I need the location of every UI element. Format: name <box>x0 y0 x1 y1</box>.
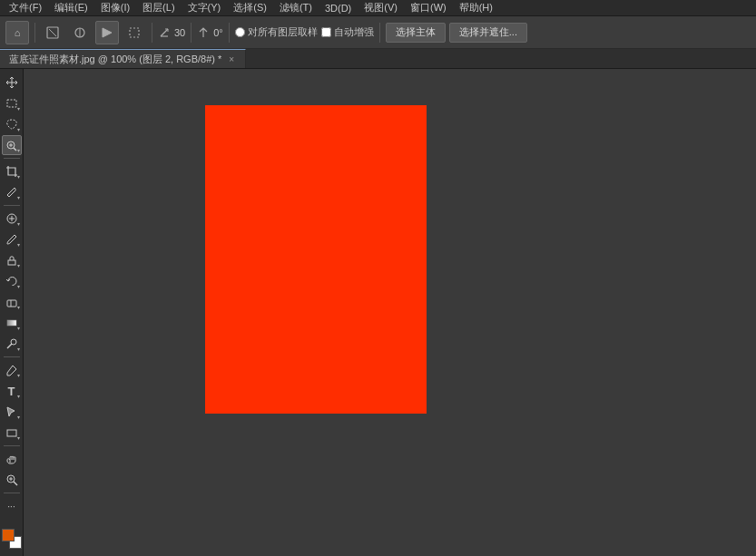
tab-close-button[interactable]: × <box>227 54 236 64</box>
toolbar-sep-1 <box>34 23 35 43</box>
angle-icon-2 <box>197 26 210 39</box>
extra-tools[interactable]: ··· <box>2 496 22 516</box>
svg-line-7 <box>14 148 16 151</box>
text-tool[interactable]: T ▾ <box>2 381 22 401</box>
tool-sep-5 <box>4 493 20 493</box>
eyedropper-tool[interactable]: ▾ <box>2 182 22 202</box>
gradient-tool[interactable]: ▾ <box>2 313 22 333</box>
tabbar: 蓝底证件照素材.jpg @ 100% (图层 2, RGB/8#) * × <box>0 49 756 69</box>
quick-select-tool[interactable]: ▾ <box>2 135 22 155</box>
tool-option-1[interactable] <box>41 21 64 44</box>
svg-rect-4 <box>130 28 139 37</box>
path-select-tool[interactable]: ▾ <box>2 402 22 422</box>
brush-tool[interactable]: ▾ <box>2 229 22 249</box>
menu-item-h[interactable]: 帮助(H) <box>454 0 498 15</box>
svg-line-1 <box>49 29 56 36</box>
hand-tool[interactable] <box>2 449 22 469</box>
svg-rect-14 <box>7 300 16 307</box>
zoom-tool[interactable] <box>2 470 22 490</box>
marquee-tool[interactable]: ▾ <box>2 93 22 113</box>
dodge-tool[interactable]: ▾ <box>2 334 22 354</box>
tool-sep-3 <box>4 356 20 357</box>
menubar: 文件(F)编辑(E)图像(I)图层(L)文字(Y)选择(S)滤镜(T)3D(D)… <box>0 0 756 16</box>
tab-label: 蓝底证件照素材.jpg @ 100% (图层 2, RGB/8#) * <box>9 53 221 66</box>
canvas-area <box>24 69 756 556</box>
eraser-tool[interactable]: ▾ <box>2 292 22 312</box>
menu-item-t[interactable]: 滤镜(T) <box>274 0 318 15</box>
menu-item-l[interactable]: 图层(L) <box>137 0 180 15</box>
auto-enhance-check[interactable]: 自动增强 <box>321 25 374 39</box>
tool-option-4[interactable] <box>123 21 146 44</box>
angle-icon <box>158 26 171 39</box>
menu-item-w[interactable]: 窗口(W) <box>405 0 452 15</box>
tool-option-3[interactable] <box>95 21 119 44</box>
toolbar-sep-4 <box>229 23 230 43</box>
canvas-layer-red <box>205 105 427 414</box>
menu-item-v[interactable]: 视图(V) <box>358 0 403 15</box>
main-area: ▾ ▾ ▾ ▾ ▾ ▾ ▾ ▾ <box>0 69 756 556</box>
crop-tool[interactable]: ▾ <box>2 161 22 181</box>
menu-item-e[interactable]: 编辑(E) <box>49 0 93 15</box>
select-subject-button[interactable]: 选择主体 <box>386 23 446 43</box>
angle-label: 0° <box>213 27 223 38</box>
move-tool[interactable] <box>2 73 22 93</box>
svg-rect-5 <box>7 100 16 107</box>
svg-line-21 <box>14 482 17 485</box>
svg-rect-19 <box>7 430 16 436</box>
stamp-tool[interactable]: ▾ <box>2 250 22 270</box>
menu-item-i[interactable]: 图像(I) <box>95 0 135 15</box>
color-swatches[interactable] <box>2 529 22 549</box>
toolbar: ⌂ 30 0° 对所有图层取样 自动增 <box>0 16 756 49</box>
menu-item-dd[interactable]: 3D(D) <box>319 2 357 15</box>
menu-item-y[interactable]: 文字(Y) <box>182 0 227 15</box>
svg-rect-13 <box>8 260 15 265</box>
history-brush-tool[interactable]: ▾ <box>2 271 22 291</box>
brush-size-label: 30 <box>174 27 185 38</box>
shape-tool[interactable]: ▾ <box>2 423 22 443</box>
toolbar-sep-2 <box>152 23 152 43</box>
menu-item-s[interactable]: 选择(S) <box>228 0 272 15</box>
menu-item-f[interactable]: 文件(F) <box>4 0 47 15</box>
home-button[interactable]: ⌂ <box>5 21 29 44</box>
foreground-color-swatch[interactable] <box>2 529 15 541</box>
tool-sep-2 <box>4 205 20 206</box>
lasso-tool[interactable]: ▾ <box>2 114 22 134</box>
document-tab[interactable]: 蓝底证件照素材.jpg @ 100% (图层 2, RGB/8#) * × <box>0 49 246 68</box>
pen-tool[interactable]: ▾ <box>2 360 22 380</box>
tool-option-2[interactable] <box>68 21 92 44</box>
toolbar-sep-5 <box>379 23 380 43</box>
toolbar-sep-3 <box>191 23 191 43</box>
heal-tool[interactable]: ▾ <box>2 209 22 229</box>
tool-sep-1 <box>4 158 20 159</box>
select-and-mask-button[interactable]: 选择并遮住... <box>449 23 527 43</box>
tool-sep-4 <box>4 445 20 446</box>
all-layers-check[interactable]: 对所有图层取样 <box>235 25 318 39</box>
left-toolbar: ▾ ▾ ▾ ▾ ▾ ▾ ▾ ▾ <box>0 69 24 556</box>
svg-rect-16 <box>7 320 16 326</box>
svg-line-18 <box>7 344 12 348</box>
